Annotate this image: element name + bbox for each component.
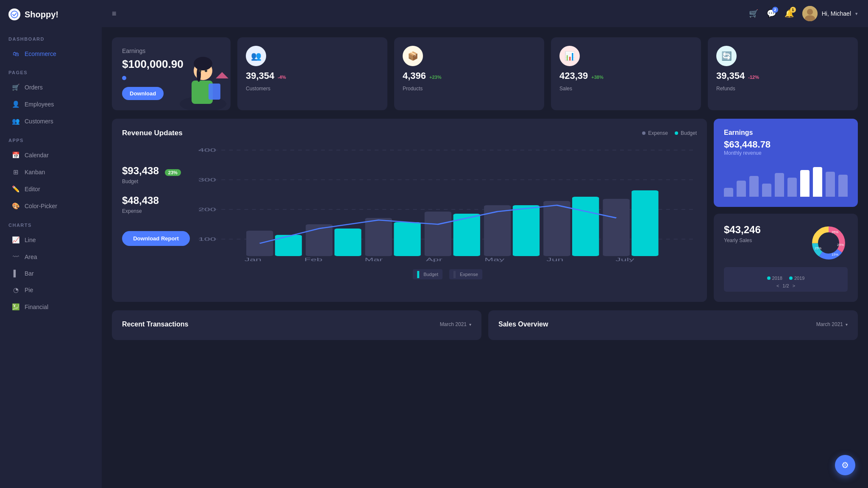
em-sub: Monthly revenue bbox=[724, 150, 771, 156]
cart-icon: 🛒 bbox=[749, 9, 758, 18]
em-title: Earnings bbox=[724, 129, 771, 137]
sidebar-item-area-label: Area bbox=[25, 254, 37, 260]
customers-stat-change: -4% bbox=[278, 75, 286, 80]
svg-point-11 bbox=[199, 70, 201, 72]
ys-left: $43,246 Yearly Sales bbox=[724, 224, 761, 243]
sidebar-item-kanban[interactable]: ⊞ Kanban bbox=[3, 164, 98, 180]
svg-rect-32 bbox=[513, 205, 540, 256]
chart-legend: ▌ Budget ▌ Expense bbox=[198, 269, 697, 279]
sidebar-item-pie[interactable]: ◔ Pie bbox=[3, 282, 98, 298]
logo-text: Shoppy! bbox=[25, 10, 58, 20]
sales-overview-month-selector[interactable]: March 2021 ▾ bbox=[816, 321, 848, 327]
revenue-header: Revenue Updates Expense Budget bbox=[122, 129, 697, 137]
chart-legend-budget: ▌ Budget bbox=[413, 269, 442, 279]
main-content: ≡ 🛒 💬 2 🔔 1 Hi, Michael ▾ bbox=[102, 0, 868, 488]
budget-legend-label: Budget bbox=[423, 272, 438, 277]
area-icon: 〰 bbox=[12, 253, 19, 260]
sidebar-item-color-picker[interactable]: 🎨 Color-Picker bbox=[3, 198, 98, 214]
revenue-chart: 400 300 200 100 bbox=[198, 146, 697, 265]
refunds-stat-icon: 🔄 bbox=[716, 46, 737, 66]
revenue-legend: Expense Budget bbox=[642, 130, 697, 136]
pages-section-label: PAGES bbox=[0, 62, 102, 78]
customers-stat-number: 39,354 bbox=[246, 70, 274, 81]
em-bar-4 bbox=[762, 184, 771, 197]
ys-nav-prev[interactable]: < bbox=[776, 283, 779, 288]
sidebar-item-bar[interactable]: ▌ Bar bbox=[3, 265, 98, 281]
sidebar-item-area[interactable]: 〰 Area bbox=[3, 249, 98, 265]
budget-section: $93,438 23% Budget bbox=[122, 165, 190, 184]
ys-legend-box: 2018 2019 < 1/2 > bbox=[724, 267, 848, 292]
ys-legend: 2018 2019 bbox=[729, 276, 843, 281]
sidebar-item-calendar[interactable]: 📅 Calendar bbox=[3, 147, 98, 163]
svg-text:Jan: Jan bbox=[245, 257, 262, 262]
sales-overview-chevron: ▾ bbox=[846, 322, 848, 327]
legend-budget-label: Budget bbox=[681, 130, 697, 136]
sidebar-item-customers[interactable]: 👥 Customers bbox=[3, 113, 98, 129]
svg-text:Jun: Jun bbox=[546, 257, 563, 262]
earnings-download-button[interactable]: Download bbox=[122, 87, 164, 100]
sidebar-item-line[interactable]: 📈 Line bbox=[3, 232, 98, 248]
revenue-card: Revenue Updates Expense Budget bbox=[112, 119, 707, 302]
ys-nav-next[interactable]: > bbox=[793, 283, 795, 288]
settings-icon: ⚙ bbox=[841, 460, 849, 470]
em-bar-10 bbox=[838, 175, 848, 197]
ecommerce-icon: 🛍 bbox=[12, 50, 19, 57]
ys-legend-label-2019: 2019 bbox=[794, 276, 804, 281]
earnings-illustration bbox=[175, 37, 231, 110]
em-bar-3 bbox=[749, 176, 759, 197]
budget-legend-icon: ▌ bbox=[417, 271, 421, 278]
svg-point-2 bbox=[807, 9, 813, 15]
settings-fab[interactable]: ⚙ bbox=[835, 455, 855, 475]
ys-legend-dot-2019 bbox=[789, 276, 793, 280]
charts-section-label: CHARTS bbox=[0, 215, 102, 231]
products-stat-icon: 📦 bbox=[403, 46, 423, 66]
bell-icon-button[interactable]: 🔔 1 bbox=[785, 9, 794, 18]
sales-stat-number: 423,39 bbox=[559, 70, 588, 81]
products-stat-number: 4,396 bbox=[403, 70, 426, 81]
chat-icon-button[interactable]: 💬 2 bbox=[767, 9, 776, 18]
ys-label: Yearly Sales bbox=[724, 237, 761, 243]
sidebar-item-calendar-label: Calendar bbox=[25, 152, 49, 159]
download-report-button[interactable]: Download Report bbox=[122, 231, 190, 246]
stats-row: Earnings $100,000.90 Download bbox=[112, 37, 858, 110]
earnings-card: Earnings $100,000.90 Download bbox=[112, 37, 231, 110]
user-name: Hi, Michael bbox=[822, 10, 851, 17]
customers-stat-number-row: 39,354 -4% bbox=[246, 70, 286, 81]
sidebar-item-financial-label: Financial bbox=[25, 304, 48, 310]
user-menu[interactable]: Hi, Michael ▾ bbox=[802, 6, 858, 21]
financial-icon: 💹 bbox=[12, 303, 19, 311]
customers-stat-label: Customers bbox=[246, 86, 270, 92]
svg-text:Feb: Feb bbox=[304, 257, 323, 262]
topbar-left: ≡ bbox=[112, 9, 117, 18]
hamburger-button[interactable]: ≡ bbox=[112, 9, 117, 18]
sidebar-item-ecommerce-label: Ecommerce bbox=[25, 50, 56, 57]
ys-value: $43,246 bbox=[724, 224, 761, 236]
em-bar-2 bbox=[737, 181, 746, 197]
ys-top: $43,246 Yearly Sales bbox=[724, 224, 848, 262]
revenue-left: $93,438 23% Budget $48,438 Expense Downl… bbox=[122, 146, 190, 265]
ys-legend-2019: 2019 bbox=[789, 276, 804, 281]
sales-overview-header: Sales Overview March 2021 ▾ bbox=[498, 321, 848, 328]
logo: Shoppy! bbox=[0, 0, 102, 29]
em-bar-9 bbox=[826, 172, 835, 197]
sidebar-item-employees[interactable]: 👤 Employees bbox=[3, 96, 98, 112]
svg-text:Apr: Apr bbox=[426, 257, 442, 262]
svg-rect-29 bbox=[334, 229, 361, 256]
cart-icon-button[interactable]: 🛒 bbox=[749, 9, 758, 18]
expense-section: $48,438 Expense bbox=[122, 195, 190, 214]
svg-rect-25 bbox=[484, 205, 511, 256]
sidebar-item-employees-label: Employees bbox=[25, 101, 54, 108]
svg-text:July: July bbox=[615, 257, 634, 262]
sidebar-item-ecommerce[interactable]: 🛍 Ecommerce bbox=[3, 46, 98, 61]
user-chevron-icon: ▾ bbox=[855, 11, 858, 17]
sales-overview-month: March 2021 bbox=[816, 321, 843, 327]
sales-stat-icon: 📊 bbox=[559, 46, 580, 66]
sidebar-item-editor[interactable]: ✏️ Editor bbox=[3, 181, 98, 197]
recent-transactions-month-selector[interactable]: March 2021 ▾ bbox=[440, 321, 471, 327]
revenue-body: $93,438 23% Budget $48,438 Expense Downl… bbox=[122, 146, 697, 265]
bell-badge: 1 bbox=[790, 7, 796, 13]
em-value-block: $63,448.78 Monthly revenue bbox=[724, 139, 771, 156]
svg-text:35%: 35% bbox=[832, 230, 838, 234]
sidebar-item-orders[interactable]: 🛒 Orders bbox=[3, 79, 98, 95]
sidebar-item-financial[interactable]: 💹 Financial bbox=[3, 299, 98, 315]
